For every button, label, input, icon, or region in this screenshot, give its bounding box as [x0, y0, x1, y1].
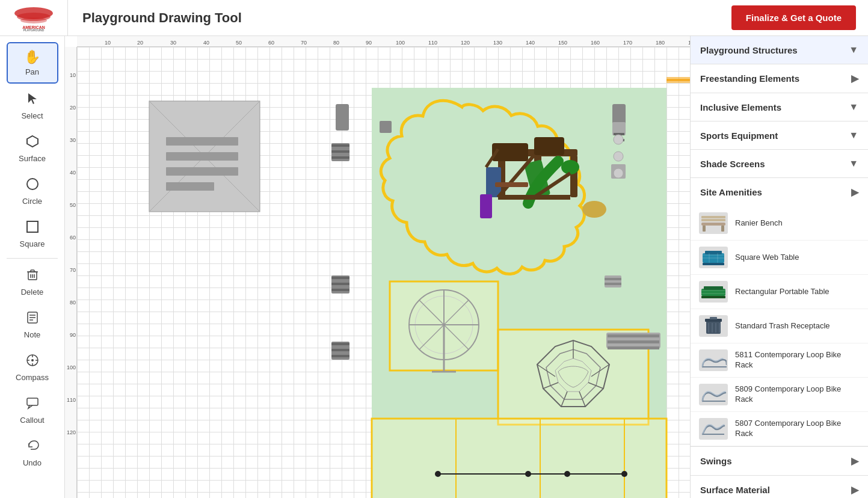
tool-pan[interactable]: ✋ Pan [7, 42, 58, 84]
svg-marker-6 [27, 136, 38, 147]
note-icon [26, 311, 39, 328]
amenity-label-rectangular-table: Rectangular Portable Table [735, 287, 830, 297]
amenity-rectangular-table[interactable]: Rectangular Portable Table [691, 275, 868, 309]
tool-compass[interactable]: Compass [7, 348, 58, 388]
svg-rect-8 [27, 221, 38, 232]
svg-rect-110 [666, 77, 690, 83]
tool-circle[interactable]: Circle [7, 171, 58, 212]
svg-rect-118 [703, 263, 724, 265]
amenity-bike-rack-5809[interactable]: 5809 Contemporary Loop Bike Rack [691, 378, 868, 412]
svg-rect-114 [701, 219, 725, 221]
logo-container: AMERICAN PLAYGROUND [0, 0, 68, 35]
svg-point-42 [561, 160, 579, 174]
ruler-vertical: 10 20 30 40 50 60 70 80 90 100 110 120 [65, 47, 77, 498]
tool-undo[interactable]: Undo [7, 433, 58, 473]
amenity-thumb-bike-rack-5809 [699, 384, 728, 405]
svg-rect-43 [480, 194, 492, 218]
chevron-inclusive: ▼ [849, 102, 858, 112]
svg-marker-5 [28, 93, 37, 104]
canvas-area[interactable]: 10 20 30 40 50 60 70 80 90 100 110 120 1… [65, 36, 690, 498]
amenity-label-ranier-bench: Ranier Bench [735, 218, 783, 229]
amenity-thumb-ranier-bench [699, 212, 728, 234]
tool-surface[interactable]: Surface [7, 129, 58, 169]
svg-rect-64 [605, 275, 621, 287]
sidebar-section-inclusive: Inclusive Elements ▼ [691, 93, 868, 121]
svg-rect-54 [331, 150, 349, 153]
sidebar-label-freestanding: Freestanding Elements [700, 73, 799, 84]
sidebar-header-sports[interactable]: Sports Equipment ▼ [691, 121, 868, 149]
tool-callout[interactable]: Callout [7, 390, 58, 431]
svg-rect-70 [331, 289, 349, 291]
amenity-label-square-web-table: Square Web Table [735, 253, 799, 263]
sidebar-label-swings: Swings [700, 456, 732, 466]
svg-point-7 [27, 179, 38, 189]
right-sidebar: Playground Structures ▼ Freestanding Ele… [690, 36, 868, 498]
svg-point-62 [614, 152, 623, 161]
svg-rect-96 [372, 419, 666, 498]
chevron-swings: ▶ [851, 455, 858, 467]
sidebar-label-site-amenities: Site Amenities [700, 187, 762, 197]
svg-rect-25 [27, 398, 38, 405]
svg-rect-49 [495, 182, 528, 187]
circle-icon [26, 177, 39, 194]
svg-rect-113 [721, 226, 724, 232]
svg-rect-68 [331, 277, 349, 279]
sidebar-header-swings[interactable]: Swings ▶ [691, 447, 868, 475]
sidebar-label-shade: Shade Screens [700, 159, 765, 169]
svg-point-44 [582, 201, 606, 218]
callout-icon [26, 396, 39, 413]
svg-rect-125 [701, 296, 725, 298]
svg-rect-112 [703, 226, 706, 232]
sidebar-header-surface-material[interactable]: Surface Material ▶ [691, 476, 868, 498]
svg-rect-73 [331, 349, 349, 351]
chevron-surface-material: ▶ [851, 484, 858, 496]
chevron-sports: ▼ [849, 130, 858, 141]
sidebar-header-shade[interactable]: Shade Screens ▼ [691, 150, 868, 177]
square-icon [26, 220, 39, 237]
amenity-square-web-table[interactable]: Square Web Table [691, 241, 868, 275]
sidebar-header-freestanding[interactable]: Freestanding Elements ▶ [691, 64, 868, 93]
delete-icon [26, 268, 39, 285]
toolbar-divider-1 [7, 258, 58, 259]
svg-point-63 [614, 168, 623, 178]
tool-delete[interactable]: Delete [7, 262, 58, 303]
svg-rect-117 [705, 251, 722, 254]
svg-rect-50 [336, 104, 349, 131]
sidebar-header-inclusive[interactable]: Inclusive Elements ▼ [691, 93, 868, 121]
sidebar-section-shade: Shade Screens ▼ [691, 150, 868, 178]
svg-rect-72 [331, 343, 349, 345]
svg-rect-66 [605, 283, 621, 285]
svg-rect-65 [605, 278, 621, 280]
finalize-button[interactable]: Finalize & Get a Quote [731, 5, 856, 30]
tool-square[interactable]: Square [7, 214, 58, 254]
sidebar-header-site-amenities[interactable]: Site Amenities ▶ [691, 178, 868, 206]
tool-select[interactable]: Select [7, 86, 58, 126]
app-header: AMERICAN PLAYGROUND Playground Drawing T… [0, 0, 868, 36]
svg-point-2 [20, 17, 47, 23]
sidebar-header-playground-structures[interactable]: Playground Structures ▼ [691, 36, 868, 64]
svg-point-20 [31, 359, 34, 361]
svg-rect-32 [166, 182, 214, 191]
amenity-trash-receptacle[interactable]: Standard Trash Receptacle [691, 309, 868, 343]
svg-rect-106 [608, 334, 659, 337]
svg-rect-107 [608, 340, 659, 343]
amenity-thumb-bike-rack-5811 [699, 349, 728, 371]
svg-rect-29 [166, 137, 238, 146]
amenity-thumb-trash-receptacle [699, 315, 728, 337]
amenity-label-bike-rack-5811: 5811 Contemporary Loop Bike Rack [735, 350, 860, 370]
svg-rect-39 [534, 137, 564, 155]
sidebar-section-swings: Swings ▶ [691, 447, 868, 476]
tool-note[interactable]: Note [7, 305, 58, 345]
canvas-grid[interactable] [77, 47, 690, 498]
amenity-bike-rack-5807[interactable]: 5807 Contemporary Loop Bike Rack [691, 412, 868, 446]
american-playground-logo: AMERICAN PLAYGROUND [10, 5, 58, 31]
amenity-ranier-bench[interactable]: Ranier Bench [691, 206, 868, 241]
sidebar-label-sports: Sports Equipment [700, 131, 778, 141]
svg-rect-11 [31, 270, 34, 272]
amenity-bike-rack-5811[interactable]: 5811 Contemporary Loop Bike Rack [691, 343, 868, 378]
svg-rect-124 [704, 286, 723, 290]
pan-icon: ✋ [24, 49, 40, 65]
canvas-svg [77, 47, 690, 498]
amenity-label-trash-receptacle: Standard Trash Receptacle [735, 321, 830, 331]
svg-rect-51 [380, 121, 392, 133]
